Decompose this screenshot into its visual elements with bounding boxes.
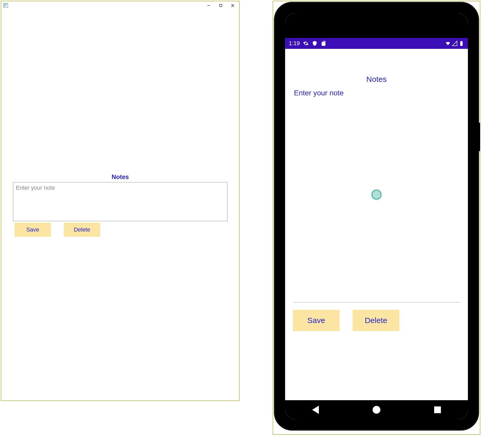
- desktop-body: Notes Save Delete: [1, 10, 239, 400]
- battery-icon: [459, 41, 464, 46]
- maximize-icon: [219, 4, 222, 7]
- note-input[interactable]: [13, 182, 227, 221]
- gear-icon: [303, 41, 309, 46]
- shield-icon: [312, 41, 318, 46]
- android-navbar: [285, 400, 468, 419]
- note-input[interactable]: Enter your note: [293, 87, 460, 302]
- titlebar: [1, 1, 239, 10]
- touch-ripple-icon: [372, 190, 381, 200]
- sd-card-icon: [321, 41, 326, 46]
- note-placeholder: Enter your note: [294, 89, 344, 97]
- status-time: 1:19: [289, 40, 300, 47]
- desktop-window: Notes Save Delete: [1, 1, 240, 401]
- statusbar: 1:19: [285, 38, 468, 49]
- button-row: Save Delete: [293, 310, 460, 331]
- page-title: Notes: [293, 75, 460, 84]
- window-controls: [203, 2, 239, 9]
- close-icon: [231, 4, 234, 7]
- save-button[interactable]: Save: [15, 223, 51, 237]
- phone-content: Notes Enter your note Save Delete: [285, 49, 468, 400]
- close-button[interactable]: [227, 2, 239, 9]
- phone-screen: 1:19 Notes Enter your note: [285, 13, 468, 419]
- minimize-button[interactable]: [203, 2, 215, 9]
- wifi-icon: [445, 41, 451, 46]
- delete-button[interactable]: Delete: [64, 223, 100, 237]
- phone-outline: 1:19 Notes Enter your note: [273, 1, 480, 435]
- signal-icon: [452, 41, 458, 46]
- home-button[interactable]: [373, 406, 380, 414]
- app-icon: [3, 3, 8, 8]
- button-row: Save Delete: [13, 223, 227, 237]
- minimize-icon: [207, 4, 210, 7]
- delete-button[interactable]: Delete: [353, 310, 399, 331]
- phone-frame: 1:19 Notes Enter your note: [274, 2, 479, 431]
- phone-power-button: [478, 123, 480, 151]
- back-button[interactable]: [312, 406, 319, 414]
- maximize-button[interactable]: [215, 2, 227, 9]
- svg-rect-1: [220, 4, 222, 7]
- recents-button[interactable]: [434, 406, 441, 413]
- save-button[interactable]: Save: [293, 310, 340, 331]
- phone-top-bezel: [285, 13, 468, 38]
- page-title: Notes: [13, 173, 227, 181]
